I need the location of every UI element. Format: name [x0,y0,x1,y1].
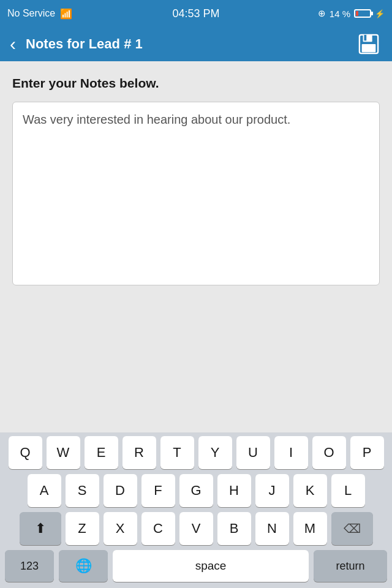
key-k[interactable]: K [293,474,327,507]
key-e[interactable]: E [85,436,118,469]
shift-arrow-icon: ⬆ [35,521,46,537]
key-s[interactable]: S [66,474,99,507]
key-n[interactable]: N [255,512,289,545]
keyboard-row-4: 123 🌐 space return [0,546,392,588]
main-content: Enter your Notes below. Was very interes… [0,61,392,298]
key-u[interactable]: U [236,436,270,469]
nav-bar: ‹ Notes for Lead # 1 [0,27,392,61]
globe-icon: 🌐 [75,558,92,574]
return-button[interactable]: return [314,550,387,582]
save-disk-icon [358,34,379,55]
key-t[interactable]: T [160,436,194,469]
keyboard-row-1: Q W E R T Y U I O P [0,432,392,470]
key-o[interactable]: O [312,436,346,469]
page-title: Notes for Lead # 1 [26,36,345,52]
keyboard-row-2: A S D F G H J K L [0,470,392,508]
svg-rect-3 [362,44,376,52]
carrier-text: No Service [7,8,55,19]
key-a[interactable]: A [28,474,61,507]
key-p[interactable]: P [350,436,384,469]
battery-percent: 14 % [330,9,350,19]
wifi-icon: 📶 [60,8,72,20]
key-r[interactable]: R [123,436,156,469]
status-time: 04:53 PM [172,7,219,20]
backspace-button[interactable]: ⌫ [331,512,373,545]
key-l[interactable]: L [331,474,365,507]
keyboard-row-3: ⬆ Z X C V B N M ⌫ [0,508,392,546]
notes-textarea[interactable]: Was very interested in hearing about our… [12,102,380,285]
status-bar: No Service 📶 04:53 PM ⊕ 14 % ⚡ [0,0,392,27]
notes-instructions: Enter your Notes below. [12,76,380,91]
key-d[interactable]: D [104,474,137,507]
key-w[interactable]: W [47,436,80,469]
key-b[interactable]: B [217,512,251,545]
back-button[interactable]: ‹ [10,35,16,53]
shift-button[interactable]: ⬆ [20,512,61,545]
key-j[interactable]: J [255,474,289,507]
svg-rect-2 [364,35,366,40]
globe-button[interactable]: 🌐 [59,550,108,582]
save-button[interactable] [355,31,382,58]
backspace-icon: ⌫ [344,521,361,536]
key-m[interactable]: M [293,512,327,545]
charging-bolt-icon: ⚡ [375,9,385,18]
key-i[interactable]: I [274,436,308,469]
orientation-lock-icon: ⊕ [318,8,326,19]
key-g[interactable]: G [179,474,213,507]
key-x[interactable]: X [104,512,137,545]
key-h[interactable]: H [217,474,251,507]
keyboard: Q W E R T Y U I O P A S D F G H J K L ⬆ … [0,432,392,588]
key-v[interactable]: V [179,512,213,545]
key-f[interactable]: F [141,474,175,507]
key-y[interactable]: Y [198,436,232,469]
battery-icon [354,9,371,18]
numbers-button[interactable]: 123 [5,550,54,582]
key-c[interactable]: C [141,512,175,545]
key-q[interactable]: Q [9,436,42,469]
key-z[interactable]: Z [66,512,99,545]
space-button[interactable]: space [113,550,309,582]
